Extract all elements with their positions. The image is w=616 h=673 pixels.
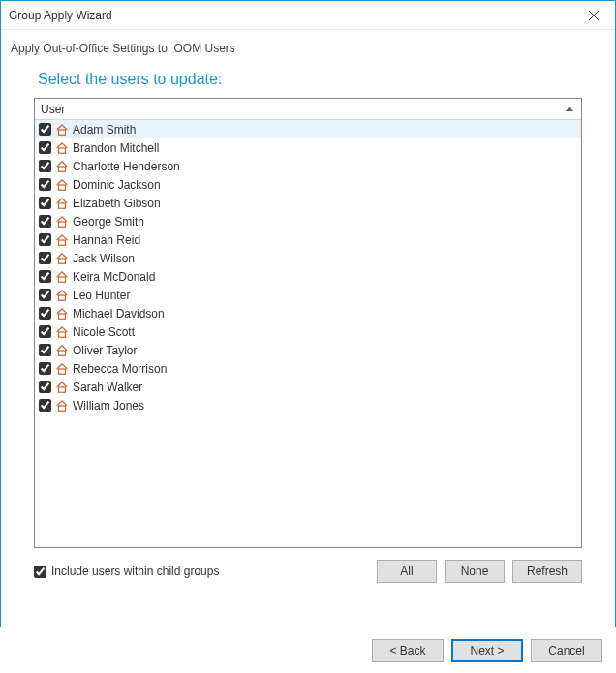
- user-name: Keira McDonald: [73, 270, 155, 284]
- svg-rect-12: [59, 314, 66, 319]
- svg-rect-3: [59, 148, 66, 153]
- user-name: Nicole Scott: [73, 325, 135, 339]
- svg-rect-2: [59, 130, 66, 135]
- svg-rect-11: [59, 295, 66, 300]
- user-icon: [55, 362, 69, 376]
- table-row[interactable]: Keira McDonald: [35, 267, 581, 286]
- wizard-footer: < Back Next > Cancel: [0, 627, 616, 673]
- user-checkbox[interactable]: [39, 344, 51, 356]
- table-row[interactable]: George Smith: [35, 212, 581, 230]
- user-name: George Smith: [73, 215, 144, 229]
- below-list-bar: Include users within child groups All No…: [34, 560, 582, 583]
- user-icon: [55, 289, 69, 302]
- list-body: Adam Smith Brandon Mitchell Charlotte He…: [35, 120, 581, 414]
- svg-rect-13: [59, 332, 66, 337]
- user-name: Brandon Mitchell: [73, 141, 159, 155]
- user-list: User Adam Smith Brandon Mitchell Charlot…: [34, 98, 582, 548]
- user-checkbox[interactable]: [39, 141, 51, 154]
- svg-rect-16: [59, 387, 66, 392]
- user-checkbox[interactable]: [39, 123, 51, 136]
- user-icon: [55, 215, 69, 229]
- column-header-label: User: [41, 103, 566, 116]
- user-name: Leo Hunter: [73, 289, 130, 302]
- user-name: Sarah Walker: [73, 381, 142, 394]
- table-row[interactable]: William Jones: [35, 396, 581, 414]
- user-name: Dominic Jackson: [73, 178, 161, 192]
- user-icon: [55, 252, 69, 265]
- user-checkbox[interactable]: [39, 307, 51, 320]
- user-icon: [55, 325, 69, 339]
- table-row[interactable]: Brandon Mitchell: [35, 138, 581, 157]
- svg-rect-7: [59, 222, 66, 227]
- user-checkbox[interactable]: [39, 215, 51, 228]
- user-name: Hannah Reid: [73, 233, 140, 247]
- refresh-button[interactable]: Refresh: [512, 560, 582, 583]
- svg-rect-15: [59, 369, 66, 374]
- user-checkbox[interactable]: [39, 289, 51, 301]
- table-row[interactable]: Adam Smith: [35, 120, 581, 138]
- none-button[interactable]: None: [445, 560, 505, 583]
- user-icon: [55, 307, 69, 321]
- user-name: Adam Smith: [73, 123, 136, 137]
- user-icon: [55, 270, 69, 284]
- column-header-user[interactable]: User: [35, 99, 581, 120]
- user-icon: [55, 381, 69, 394]
- user-name: Michael Davidson: [73, 307, 165, 321]
- svg-rect-14: [59, 351, 66, 355]
- user-checkbox[interactable]: [39, 178, 51, 191]
- table-row[interactable]: Elizabeth Gibson: [35, 194, 581, 212]
- user-name: Rebecca Morrison: [73, 362, 167, 376]
- user-icon: [55, 344, 69, 357]
- subtitle: Apply Out-of-Office Settings to: OOM Use…: [1, 30, 615, 63]
- window-title: Group Apply Wizard: [9, 9, 571, 22]
- user-name: Jack Wilson: [73, 252, 135, 265]
- user-icon: [55, 197, 69, 210]
- table-row[interactable]: Jack Wilson: [35, 249, 581, 267]
- user-checkbox[interactable]: [39, 270, 51, 283]
- table-row[interactable]: Hannah Reid: [35, 230, 581, 249]
- table-row[interactable]: Leo Hunter: [35, 286, 581, 304]
- user-checkbox[interactable]: [39, 362, 51, 375]
- user-checkbox[interactable]: [39, 399, 51, 412]
- user-checkbox[interactable]: [39, 197, 51, 209]
- svg-rect-10: [59, 277, 66, 282]
- user-name: Elizabeth Gibson: [73, 197, 161, 210]
- page-heading: Select the users to update:: [38, 71, 582, 88]
- svg-rect-6: [59, 203, 66, 208]
- sort-ascending-icon: [566, 107, 573, 111]
- table-row[interactable]: Nicole Scott: [35, 322, 581, 341]
- cancel-button[interactable]: Cancel: [531, 639, 602, 662]
- table-row[interactable]: Dominic Jackson: [35, 175, 581, 194]
- back-button[interactable]: < Back: [372, 639, 444, 662]
- user-checkbox[interactable]: [39, 233, 51, 246]
- include-child-groups-input[interactable]: [34, 566, 46, 578]
- svg-rect-9: [59, 259, 66, 263]
- table-row[interactable]: Michael Davidson: [35, 304, 581, 322]
- user-checkbox[interactable]: [39, 160, 51, 172]
- user-checkbox[interactable]: [39, 381, 51, 393]
- next-button[interactable]: Next >: [451, 639, 523, 662]
- svg-rect-4: [59, 167, 66, 171]
- user-icon: [55, 160, 69, 173]
- include-child-groups-label: Include users within child groups: [51, 565, 219, 578]
- user-icon: [55, 233, 69, 247]
- svg-rect-8: [59, 240, 66, 245]
- table-row[interactable]: Sarah Walker: [35, 378, 581, 396]
- table-row[interactable]: Charlotte Henderson: [35, 157, 581, 175]
- user-icon: [55, 399, 69, 413]
- include-child-groups-checkbox[interactable]: Include users within child groups: [34, 565, 369, 578]
- svg-rect-17: [59, 406, 66, 411]
- user-name: William Jones: [73, 399, 144, 413]
- user-checkbox[interactable]: [39, 252, 51, 264]
- user-checkbox[interactable]: [39, 325, 51, 338]
- close-button[interactable]: [571, 1, 615, 30]
- table-row[interactable]: Oliver Taylor: [35, 341, 581, 359]
- user-name: Oliver Taylor: [73, 344, 137, 357]
- titlebar: Group Apply Wizard: [1, 1, 615, 30]
- all-button[interactable]: All: [377, 560, 437, 583]
- user-icon: [55, 178, 69, 192]
- svg-rect-5: [59, 185, 66, 190]
- content: Select the users to update: User Adam Sm…: [1, 71, 615, 583]
- user-icon: [55, 123, 69, 137]
- table-row[interactable]: Rebecca Morrison: [35, 359, 581, 378]
